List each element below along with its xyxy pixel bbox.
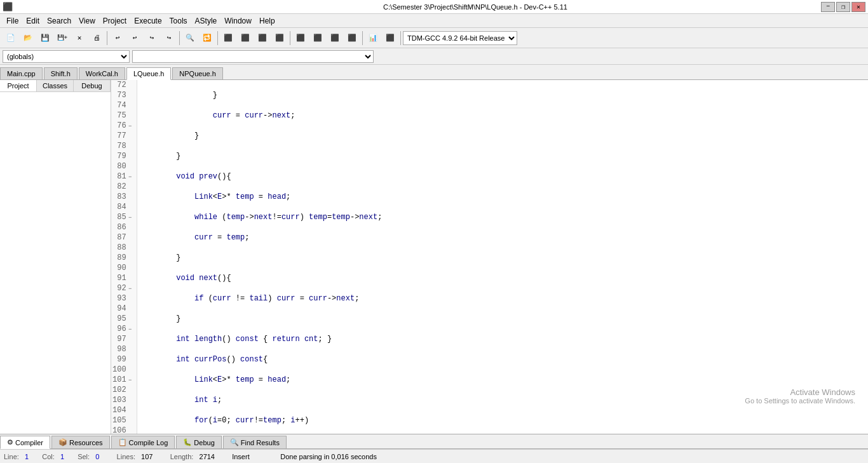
menubar: File Edit Search View Project Execute To… [0,14,868,28]
code-line-81: void next(){ [140,273,865,283]
minimize-button[interactable]: − [821,2,835,12]
btab-debug[interactable]: 🐛 Debug [176,436,221,448]
tab-lqueue-h[interactable]: LQueue.h [126,67,171,80]
menu-project[interactable]: Project [99,15,130,27]
line-77: 77 [111,131,137,141]
insert-label: Insert [232,453,250,460]
tab-npqueue-h[interactable]: NPQueue.h [172,67,222,79]
code-line-79: curr = temp; [140,232,865,243]
undo-button[interactable]: ↩ [109,30,126,46]
sidebar-tab-project[interactable]: Project [0,80,37,91]
open-button[interactable]: 📂 [20,30,36,46]
length-label: Length: [170,453,194,460]
line-74: 74 [111,100,137,111]
stop-btn[interactable]: ⬛ [344,30,360,46]
unindent-btn[interactable]: ⬛ [237,30,254,46]
restore-button[interactable]: ❐ [836,2,850,12]
tab-workcal-h[interactable]: WorkCal.h [79,67,125,79]
save-all-button[interactable]: 💾+ [54,30,71,46]
line-83: 83 [111,192,137,202]
code-line-77: Link<E>* temp = head; [140,192,865,202]
line-89: 89 [111,253,137,263]
menu-help[interactable]: Help [255,15,279,27]
menu-file[interactable]: File [3,15,22,27]
btab-compiler[interactable]: ⚙ Compiler [0,436,50,449]
line-72: 72 [111,80,137,90]
toggle2-btn[interactable]: ⬛ [271,30,288,46]
print-button[interactable]: 🖨 [88,30,105,46]
toolbar: 📄 📂 💾 💾+ ✕ 🖨 ↩ ↩ ↪ ↪ 🔍 🔁 ⬛ ⬛ ⬛ ⬛ ⬛ ⬛ ⬛ ⬛… [0,28,868,48]
btab-resources-label: Resources [69,439,103,446]
new-button[interactable]: 📄 [3,30,19,46]
line-92: 92− [111,283,137,293]
menu-astyle[interactable]: AStyle [191,15,221,27]
main-area: Project Classes Debug 72 73 74 75 76− 77… [0,80,868,434]
line-75: 75 [111,111,137,121]
debug-btn[interactable]: ⬛ [327,30,343,46]
col-label: Col: [42,453,55,460]
line-88: 88 [111,243,137,253]
globals-select[interactable]: (globals) [3,50,130,63]
sep-1 [37,453,39,460]
titlebar: ⬛ C:\Semester 3\Project\ShiftM\NP\LQueue… [0,0,868,14]
toggle-btn[interactable]: ⬛ [254,30,271,46]
status-message: Done parsing in 0,016 seconds [280,453,377,460]
statusbar-msg: Done parsing in 0,016 seconds [280,453,383,460]
undo2-button[interactable]: ↩ [126,30,143,46]
mem-btn[interactable]: ⬛ [382,30,398,46]
compile-btn[interactable]: ⬛ [292,30,309,46]
redo-button[interactable]: ↪ [144,30,160,46]
sep6 [400,31,401,45]
line-73: 73 [111,90,137,100]
statusbar-sel: Sel: 0 [78,453,105,460]
save-button[interactable]: 💾 [37,30,53,46]
redo2-button[interactable]: ↪ [161,30,177,46]
compiler-select[interactable]: TDM-GCC 4.9.2 64-bit Release [403,31,517,45]
line-85: 85− [111,212,137,222]
function-select[interactable] [132,50,374,63]
sidebar-tab-classes[interactable]: Classes [37,80,74,91]
col-value: 1 [60,453,64,460]
profile-btn[interactable]: 📊 [365,30,381,46]
code-scroll-area[interactable]: 72 73 74 75 76− 77 78 79 80 81− 82 83 84… [111,80,868,434]
line-80: 80 [111,161,137,171]
replace-btn[interactable]: 🔁 [199,30,215,46]
line-102: 102 [111,385,137,395]
line-105: 105 [111,415,137,426]
indent-btn[interactable]: ⬛ [220,30,236,46]
line-value: 1 [25,453,29,460]
code-line-82: if (curr != tail) curr = curr->next; [140,293,865,304]
statusbar-insert: Insert [232,453,256,460]
menu-tools[interactable]: Tools [166,15,191,27]
btab-resources[interactable]: 📦 Resources [51,436,110,448]
sidebar: Project Classes Debug [0,80,111,434]
menu-edit[interactable]: Edit [22,15,43,27]
btab-find-results-label: Find Results [241,439,280,446]
statusbar-lines: Lines: 107 [117,453,159,460]
title-text: C:\Semester 3\Project\ShiftM\NP\LQueue.h… [130,3,821,11]
code-content[interactable]: } curr = curr->next; } } void prev(){ Li… [137,80,868,434]
btab-find-results[interactable]: 🔍 Find Results [223,436,287,448]
line-86: 86 [111,222,137,232]
line-90: 90 [111,263,137,273]
menu-view[interactable]: View [75,15,99,27]
sidebar-tab-debug[interactable]: Debug [74,80,111,91]
line-95: 95 [111,314,137,324]
close-file-button[interactable]: ✕ [71,30,88,46]
btab-compile-log[interactable]: 📋 Compile Log [111,436,175,448]
menu-window[interactable]: Window [220,15,255,27]
menu-execute[interactable]: Execute [130,15,165,27]
resources-icon: 📦 [58,438,67,446]
menu-search[interactable]: Search [43,15,75,27]
close-button[interactable]: ✕ [851,2,865,12]
run-btn[interactable]: ⬛ [309,30,326,46]
statusbar: Line: 1 Col: 1 Sel: 0 Lines: 107 Length:… [0,449,868,463]
tab-main-cpp[interactable]: Main.cpp [0,67,43,79]
search-btn[interactable]: 🔍 [182,30,198,46]
line-106: 106 [111,426,137,434]
tab-shift-h[interactable]: Shift.h [44,67,78,79]
code-line-74: } [140,131,865,141]
btab-debug-label: Debug [194,439,214,446]
line-100: 100 [111,365,137,375]
statusbar-length: Length: 2714 [170,453,221,460]
